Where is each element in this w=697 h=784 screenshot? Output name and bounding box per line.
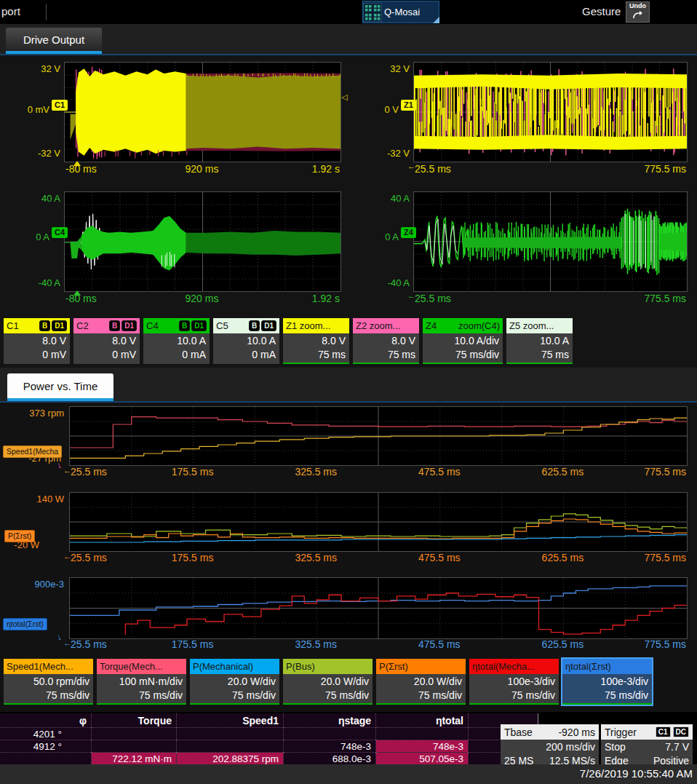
trace-badge-eta-total[interactable]: ηtotal(Σrst) (3, 618, 47, 630)
descriptor-body: 8.0 V75 ms (283, 333, 349, 363)
x-axis-label: 25.5 ms (71, 466, 107, 478)
trigger-box[interactable]: Trigger C1 DC Stop7.7 V EdgePositive (601, 724, 693, 769)
descriptor-title: C5 (216, 320, 228, 331)
descriptor-body: 20.0 W/div75 ms/div (190, 674, 279, 703)
channel-flag-badge-b: B (109, 320, 120, 331)
x-axis-label: 625.5 ms (542, 552, 584, 563)
timebase-delay: -920 ms (558, 726, 595, 738)
descriptor-title: C1 (7, 320, 19, 331)
x-axis-power: 25.5 ms175.5 ms325.5 ms475.5 ms625.5 ms7… (69, 552, 686, 563)
descriptor-body: 10.0 A/div75 ms/div (423, 333, 503, 363)
descriptor-offset: 75 ms/div (7, 689, 89, 702)
pan-left-arrow-icon (407, 291, 415, 300)
trigger-time-marker-c1[interactable] (73, 161, 81, 166)
table-cell (92, 740, 177, 753)
waveform-grid-c1[interactable] (64, 62, 341, 162)
channel-flag-badge-b: B (39, 320, 50, 331)
descriptor-scale: 20.0 W/div (287, 675, 369, 689)
x-axis-label: 175.5 ms (172, 466, 214, 478)
waveform-grid-c4[interactable] (64, 191, 341, 292)
descriptor-c5[interactable]: C5BD110.0 A0 mA (213, 318, 279, 364)
channel-badge-z4[interactable]: Z4 (401, 227, 416, 238)
undo-button[interactable]: Undo (626, 1, 650, 23)
descriptor-offset: 75 ms (287, 348, 346, 362)
descriptor-total-mecha[interactable]: ηtotal(Mecha...100e-3/div75 ms/div (469, 659, 559, 705)
descriptor-c4[interactable]: C4BD110.0 A0 mA (143, 318, 210, 364)
descriptor-title: Torque(Mech... (100, 661, 163, 672)
descriptor-scale: 100e-3/div (473, 675, 555, 689)
descriptor-scale: 10.0 A (510, 334, 569, 348)
descriptor-title: C2 (76, 320, 89, 331)
tab-drive-output[interactable]: Drive Output (6, 28, 102, 54)
qmosaic-button[interactable]: Q-Mosai (362, 1, 439, 23)
waveform-grid-eta[interactable] (69, 577, 688, 639)
x-axis-label: 25.5 ms (415, 293, 451, 304)
descriptor-z1-zoom[interactable]: Z1 zoom...8.0 V75 ms (283, 318, 349, 364)
descriptor-body: 100e-3/div75 ms/div (469, 674, 559, 703)
descriptor-scale: 100e-3/div (566, 675, 648, 689)
channel-badge-z1[interactable]: Z1 (401, 100, 416, 111)
timebase-label: Tbase (504, 726, 533, 738)
table-cell: 4201 ° (0, 728, 92, 740)
trace-badge-speed1[interactable]: Speed1(Mecha (3, 446, 62, 458)
table-cell: 748e-3 (284, 740, 376, 753)
fold-corner-icon (433, 17, 439, 23)
undo-arrow-icon (632, 10, 645, 20)
descriptor-title: Z2 zoom... (356, 320, 400, 331)
descriptor-total-rst[interactable]: ηtotal(Σrst)100e-3/div75 ms/div (562, 659, 652, 705)
table-cell (177, 728, 284, 740)
waveform-grid-z1[interactable] (413, 62, 688, 162)
trigger-level: 7.7 V (665, 740, 689, 754)
descriptor-z5-zoom[interactable]: Z5 zoom...10.0 A75 ms (506, 318, 573, 364)
descriptor-z4[interactable]: Z4zoom(C4)10.0 A/div75 ms/div (423, 318, 503, 364)
channel-badge-c1[interactable]: C1 (52, 100, 68, 111)
trace-badge-p-sum[interactable]: P(Σrst) (4, 530, 35, 542)
timebase-box[interactable]: Tbase -920 ms 200 ms/div 25 MS12.5 MS/s (501, 724, 599, 769)
descriptor-c1[interactable]: C1BD18.0 V0 mV (4, 318, 70, 364)
x-axis-label: 625.5 ms (542, 466, 584, 478)
x-axis-label: 775.5 ms (644, 293, 686, 304)
channel-badge-c4[interactable]: C4 (52, 227, 68, 238)
y-label-top-eta: 900e-3 (19, 579, 64, 590)
descriptor-scale: 20.0 W/div (194, 675, 276, 689)
waveform-grid-power[interactable] (69, 492, 688, 552)
x-axis-label: 25.5 ms (71, 552, 107, 563)
descriptor-p-rst[interactable]: P(Σrst)20.0 W/div75 ms/div (376, 659, 466, 705)
descriptor-offset: 75 ms/div (566, 689, 648, 702)
waveform-grid-z4[interactable] (413, 191, 688, 292)
tab-power-vs-time[interactable]: Power vs. Time (7, 373, 113, 401)
top-menu-bar: port Q-Mosai Gesture Undo (0, 0, 697, 24)
measurement-table: φTorqueSpeed1ηstageηtotal4201 °4912 °748… (0, 713, 538, 765)
x-axis-z4: 25.5 ms775.5 ms (413, 293, 686, 304)
descriptor-title: Z5 zoom... (509, 320, 554, 331)
trigger-level-marker-icon[interactable] (341, 92, 347, 102)
table-cell: 722.12 mN·m (92, 753, 177, 765)
y-label-bottom-z1: -32 V (365, 148, 410, 159)
x-axis-label: 625.5 ms (542, 638, 584, 650)
x-axis-label: 325.5 ms (295, 466, 337, 478)
x-axis-eta: 25.5 ms175.5 ms325.5 ms475.5 ms625.5 ms7… (69, 638, 686, 650)
descriptor-body: 100e-3/div75 ms/div (562, 674, 652, 703)
descriptor-scale: 8.0 V (357, 334, 415, 348)
x-axis-label: 1.92 s (312, 293, 340, 304)
descriptor-title: Z4 (426, 320, 437, 331)
descriptor-p-mechanical[interactable]: P(Mechanical)20.0 W/div75 ms/div (190, 659, 279, 705)
descriptor-subtitle: zoom(C4) (458, 320, 500, 331)
descriptor-p-bus[interactable]: P(Bus)20.0 W/div75 ms/div (283, 659, 373, 705)
math-descriptor-row: Speed1(Mech...50.0 rpm/div75 ms/divTorqu… (4, 659, 652, 705)
menu-item-report[interactable]: port (1, 5, 20, 17)
descriptor-title: C4 (146, 320, 159, 331)
channel-flag-badge-d1: D1 (52, 320, 67, 331)
channel-descriptor-row: C1BD18.0 V0 mVC2BD18.0 V0 mVC4BD110.0 A0… (4, 318, 573, 364)
descriptor-z2-zoom[interactable]: Z2 zoom...8.0 V75 ms (353, 318, 419, 364)
x-axis-label: -80 ms (65, 163, 97, 175)
descriptor-torque-mech[interactable]: Torque(Mech...100 mN·m/div75 ms/div (97, 659, 186, 705)
descriptor-title: ηtotal(Mecha... (472, 661, 535, 672)
trigger-time-marker-c4[interactable] (73, 290, 81, 296)
descriptor-speed1-mech[interactable]: Speed1(Mech...50.0 rpm/div75 ms/div (4, 659, 93, 705)
descriptor-c2[interactable]: C2BD18.0 V0 mV (73, 318, 140, 364)
table-header-cell: ηstage (284, 713, 376, 728)
table-cell (376, 728, 469, 740)
descriptor-body: 20.0 W/div75 ms/div (283, 674, 373, 703)
waveform-grid-speed[interactable] (69, 406, 688, 466)
